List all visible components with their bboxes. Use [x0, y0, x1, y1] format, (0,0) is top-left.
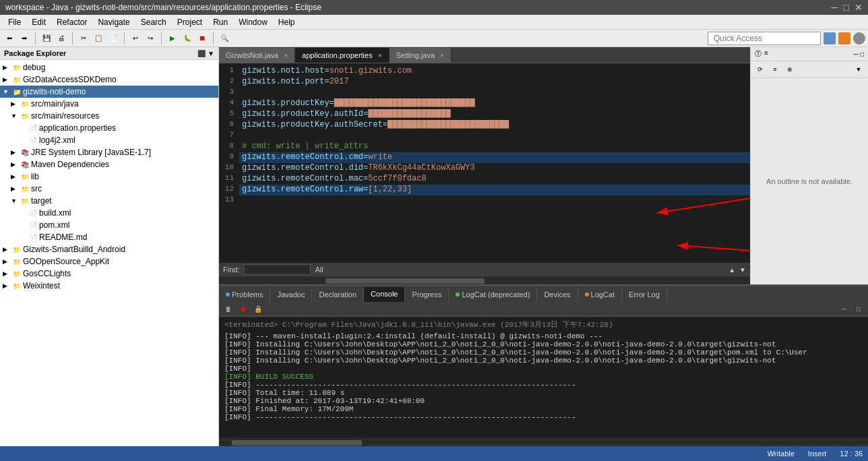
pe-item-10[interactable]: ▶📁src	[0, 183, 218, 195]
rp-max[interactable]: □	[860, 51, 864, 58]
pe-item-11[interactable]: ▼📁target	[0, 195, 218, 207]
close-button[interactable]: ✕	[855, 2, 863, 13]
console-clear[interactable]: 🗑	[222, 303, 235, 316]
code-editor[interactable]: 1gizwits.noti.host=snoti.gizwits.com2giz…	[219, 63, 750, 263]
menu-file[interactable]: File	[3, 16, 26, 28]
menu-help[interactable]: Help	[273, 16, 301, 28]
pe-item-4[interactable]: ▼📁src/main/resources	[0, 110, 218, 122]
editor-tab-0[interactable]: GizwitsNoti.java×	[219, 48, 295, 63]
right-panel-toolbar: ⟳ ≡ ⊕ ▼	[751, 61, 868, 78]
editor-tab-close-0[interactable]: ×	[284, 52, 288, 59]
rp-btn-2[interactable]: ≡	[768, 63, 782, 76]
rp-btn-1[interactable]: ⟳	[753, 63, 767, 76]
code-key-1: gizwits.noti.port=	[242, 77, 330, 86]
menu-search[interactable]: Search	[135, 16, 172, 28]
editor-tab-1[interactable]: application.properties×	[295, 48, 389, 63]
tree-label-18: Weixintest	[23, 281, 60, 290]
pe-item-17[interactable]: ▶📁GosCCLights	[0, 268, 218, 280]
pe-item-3[interactable]: ▶📁src/main/java	[0, 98, 218, 110]
pe-collapse-icon[interactable]: ⬛	[197, 50, 206, 57]
console-stop[interactable]: ⏹	[237, 303, 250, 316]
code-line-12: 13	[219, 195, 750, 206]
bottom-tab-7[interactable]: LogCat	[578, 287, 622, 302]
menu-window[interactable]: Window	[233, 16, 273, 28]
toolbar-btn-9[interactable]: ↪	[144, 32, 157, 45]
toolbar-run[interactable]: ▶	[166, 32, 179, 45]
pe-item-8[interactable]: ▶📚Maven Dependencies	[0, 158, 218, 171]
toolbar-stop[interactable]: ⏹	[195, 32, 209, 45]
pe-item-2[interactable]: ▼📁gizwits-noti-demo	[0, 86, 218, 98]
toolbar-btn-4[interactable]: 🖨	[55, 32, 68, 45]
tree-arrow-4: ▼	[11, 113, 19, 119]
bottom-tab-3[interactable]: Console	[364, 287, 405, 302]
toolbar-icon-3[interactable]	[853, 32, 865, 44]
pe-item-5[interactable]: 📄application.properties	[0, 122, 218, 134]
pe-item-12[interactable]: 📄build.xml	[0, 207, 218, 219]
bottom-tab-0[interactable]: Problems	[219, 287, 270, 302]
bottom-tab-4[interactable]: Progress	[405, 287, 449, 302]
pe-item-6[interactable]: 📄log4j2.xml	[0, 134, 218, 146]
bottom-tab-1[interactable]: Javadoc	[270, 287, 312, 302]
rp-icon-2[interactable]: ≡	[764, 49, 768, 59]
tree-arrow-0: ▶	[3, 64, 11, 71]
editor-tab-close-1[interactable]: ×	[378, 52, 382, 59]
bottom-tab-8[interactable]: Error Log	[622, 287, 667, 302]
pe-item-15[interactable]: ▶📁Gizwits-SmartBuilld_Android	[0, 243, 218, 255]
minimize-button[interactable]: ─	[832, 2, 838, 13]
pe-item-1[interactable]: ▶📁GizDataAccessSDKDemo	[0, 73, 218, 86]
editor-scrollbar-bottom[interactable]: ▼	[739, 266, 746, 274]
toolbar-btn-8[interactable]: ↩	[129, 32, 142, 45]
toolbar-debug[interactable]: 🐛	[181, 32, 194, 45]
editor-scrollbar-top[interactable]: ▲	[728, 266, 735, 274]
maximize-button[interactable]: □	[844, 2, 849, 13]
status-insert: Insert	[808, 450, 827, 458]
bottom-tab-6[interactable]: Devices	[537, 287, 578, 302]
toolbar-btn-7[interactable]: 📄	[106, 32, 120, 45]
toolbar-icon-2[interactable]	[838, 32, 850, 44]
code-key-10: gizwits.remoteControl.mac=	[242, 174, 368, 183]
toolbar-btn-3[interactable]: 💾	[40, 32, 53, 45]
pe-item-14[interactable]: 📄README.md	[0, 231, 218, 243]
menu-navigate[interactable]: Navigate	[92, 16, 135, 28]
menu-edit[interactable]: Edit	[26, 16, 51, 28]
bottom-tab-5[interactable]: LogCat (deprecated)	[449, 287, 537, 302]
bottom-tab-2[interactable]: Declaration	[312, 287, 364, 302]
toolbar-icon-1[interactable]	[824, 32, 836, 44]
pe-item-7[interactable]: ▶📚JRE System Library [JavaSE-1.7]	[0, 146, 218, 158]
toolbar-btn-1[interactable]: ⬅	[3, 32, 16, 45]
find-input[interactable]	[243, 264, 311, 275]
rp-btn-3[interactable]: ⊕	[783, 63, 797, 76]
pe-menu-icon[interactable]: ▼	[208, 50, 214, 57]
toolbar-btn-2[interactable]: ➡	[18, 32, 31, 45]
code-line-3: 4gizwits.productKey=████████████████████…	[219, 98, 750, 109]
editor-hscroll[interactable]	[219, 276, 750, 284]
toolbar-btn-6[interactable]: 📋	[92, 32, 105, 45]
line-content-2	[239, 88, 750, 98]
toolbar-btn-5[interactable]: ✂	[77, 32, 90, 45]
menu-project[interactable]: Project	[172, 16, 208, 28]
pe-tree: ▶📁debug▶📁GizDataAccessSDKDemo▼📁gizwits-n…	[0, 60, 218, 446]
rp-icon-1[interactable]: Ⓣ	[755, 49, 762, 59]
menu-run[interactable]: Run	[208, 16, 233, 28]
pe-item-13[interactable]: 📄pom.xml	[0, 219, 218, 231]
pe-item-16[interactable]: ▶📁GOOpenSource_AppKit	[0, 255, 218, 268]
toolbar-btn-10[interactable]: 🔍	[218, 32, 231, 45]
pe-item-9[interactable]: ▶📁lib	[0, 171, 218, 183]
rp-btn-4[interactable]: ▼	[852, 63, 865, 76]
console-max[interactable]: □	[852, 303, 865, 316]
pe-item-0[interactable]: ▶📁debug	[0, 61, 218, 73]
toolbar-sep-3	[124, 32, 125, 44]
quick-access-input[interactable]	[708, 32, 821, 45]
pe-item-18[interactable]: ▶📁Weixintest	[0, 280, 218, 292]
tree-arrow-15: ▶	[3, 246, 11, 253]
menu-refactor[interactable]: Refactor	[51, 16, 92, 28]
editor-tab-close-2[interactable]: ×	[440, 52, 444, 59]
console-min[interactable]: ─	[837, 303, 850, 316]
console-line-1: [INFO] Installing C:\Users\John\Desktop\…	[224, 340, 863, 348]
find-bar: Find: All ▲ ▼	[219, 263, 750, 276]
editor-tab-2[interactable]: Setting.java×	[390, 48, 452, 63]
rp-min[interactable]: ─	[854, 51, 859, 58]
code-line-9: 10gizwits.remoteControl.did=TR6kXkCg44aC…	[219, 163, 750, 174]
bottom-hscroll[interactable]	[219, 438, 868, 446]
console-scroll-lock[interactable]: 🔒	[251, 303, 265, 316]
